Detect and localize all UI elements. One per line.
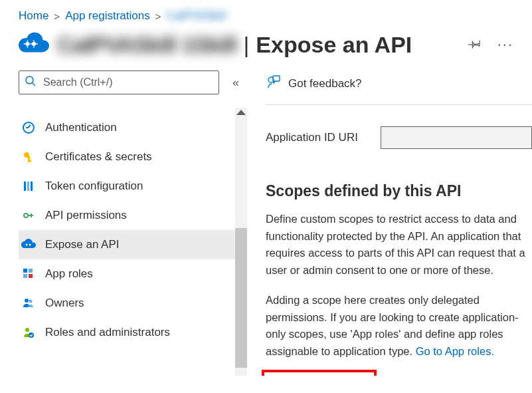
svg-point-20	[25, 328, 29, 332]
svg-point-19	[29, 300, 33, 303]
key-icon	[21, 150, 36, 164]
owners-icon	[21, 296, 36, 311]
search-icon	[25, 75, 37, 90]
sidebar-item-owners[interactable]: Owners	[19, 289, 239, 318]
title-separator: |	[244, 32, 250, 58]
sidebar: « Authentication Certificates & secrets …	[0, 70, 239, 376]
sidebar-nav: Authentication Certificates & secrets To…	[19, 113, 239, 347]
sidebar-item-label: Certificates & secrets	[45, 150, 152, 164]
svg-rect-15	[29, 269, 33, 273]
svg-point-13	[29, 244, 31, 246]
svg-point-21	[29, 332, 34, 338]
app-name-title: CalPVASkill 1Skill	[57, 32, 237, 58]
svg-rect-16	[23, 274, 27, 278]
divider	[266, 104, 532, 105]
sidebar-item-expose-api[interactable]: Expose an API	[19, 230, 239, 259]
svg-point-11	[24, 213, 28, 217]
sidebar-item-app-roles[interactable]: App roles	[19, 259, 239, 289]
pin-icon[interactable]	[468, 37, 482, 53]
svg-rect-10	[31, 182, 33, 191]
svg-rect-17	[29, 274, 33, 278]
main-content: Got feedback? Application ID URI Scopes …	[239, 70, 532, 376]
sidebar-scrollbar[interactable]	[235, 108, 247, 376]
scroll-thumb[interactable]	[235, 228, 247, 368]
sidebar-item-token-config[interactable]: Token configuration	[19, 172, 239, 201]
svg-line-3	[33, 83, 35, 86]
sidebar-item-label: Token configuration	[45, 180, 143, 193]
breadcrumb: Home > App registrations > CalPVASkill	[0, 0, 532, 27]
sidebar-item-api-permissions[interactable]: API permissions	[19, 201, 239, 230]
page-header: CalPVASkill 1Skill | Expose an API ···	[0, 27, 532, 70]
collapse-sidebar-icon[interactable]: «	[232, 76, 239, 90]
authentication-icon	[21, 120, 36, 135]
svg-rect-9	[27, 182, 29, 191]
go-to-app-roles-link[interactable]: Go to App roles.	[416, 345, 494, 357]
sidebar-item-authentication[interactable]: Authentication	[19, 113, 239, 142]
svg-point-2	[26, 76, 33, 84]
scopes-description-2: Adding a scope here creates only delegat…	[266, 292, 532, 360]
scroll-up-icon[interactable]	[236, 110, 246, 115]
scopes-heading: Scopes defined by this API	[266, 182, 532, 200]
page-title: Expose an API	[256, 32, 412, 58]
sidebar-item-certificates[interactable]: Certificates & secrets	[19, 142, 239, 172]
search-box[interactable]	[19, 70, 219, 94]
sidebar-item-label: Expose an API	[45, 238, 120, 251]
svg-rect-14	[23, 269, 27, 273]
roles-admin-icon	[21, 325, 36, 340]
svg-rect-8	[24, 182, 26, 191]
svg-rect-7	[28, 160, 31, 162]
sidebar-item-label: Roles and administrators	[45, 326, 170, 339]
breadcrumb-home[interactable]: Home	[19, 9, 48, 23]
feedback-icon	[266, 74, 280, 92]
sidebar-item-label: API permissions	[45, 209, 127, 222]
api-permissions-icon	[21, 208, 36, 223]
svg-point-18	[25, 299, 29, 303]
app-id-uri-label: Application ID URI	[266, 131, 358, 144]
search-input[interactable]	[42, 76, 213, 89]
app-cloud-icon	[19, 31, 49, 59]
sidebar-item-label: Owners	[45, 297, 84, 310]
svg-point-12	[26, 244, 28, 246]
sidebar-item-roles-admins[interactable]: Roles and administrators	[19, 318, 239, 347]
more-icon[interactable]: ···	[497, 36, 513, 53]
app-id-uri-row: Application ID URI	[266, 126, 532, 149]
svg-point-1	[32, 42, 36, 46]
breadcrumb-registrations[interactable]: App registrations	[65, 9, 150, 23]
app-roles-icon	[21, 267, 36, 281]
sidebar-item-label: Authentication	[45, 121, 117, 134]
feedback-label: Got feedback?	[288, 77, 362, 90]
breadcrumb-sep-icon: >	[155, 11, 161, 22]
breadcrumb-app-name[interactable]: CalPVASkill	[166, 9, 225, 23]
breadcrumb-sep-icon: >	[54, 11, 60, 22]
add-scope-button[interactable]: ＋ Add a scope	[266, 374, 373, 376]
sidebar-item-label: App roles	[45, 267, 93, 281]
svg-point-0	[25, 42, 29, 46]
token-icon	[21, 179, 36, 194]
expose-api-icon	[21, 237, 36, 252]
app-id-uri-input[interactable]	[381, 126, 532, 149]
scopes-description-1: Define custom scopes to restrict access …	[266, 211, 532, 279]
feedback-link[interactable]: Got feedback?	[266, 74, 532, 92]
